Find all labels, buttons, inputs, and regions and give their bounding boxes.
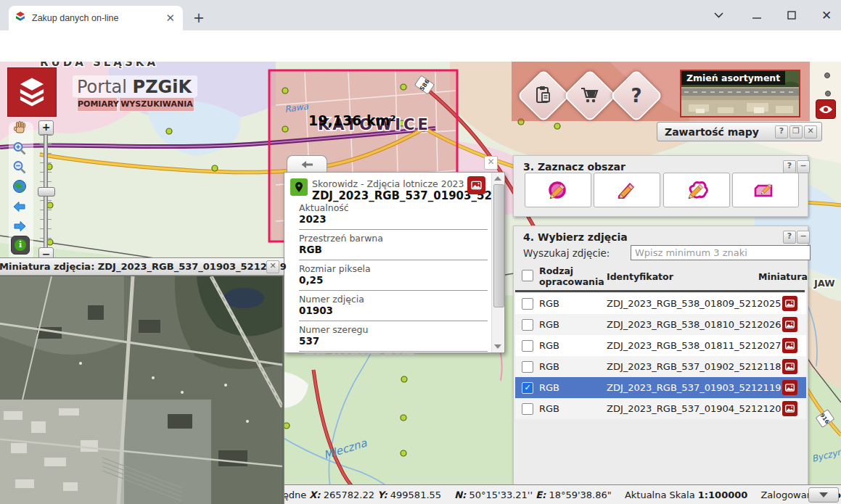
thumbnail-icon-button[interactable] <box>782 338 797 353</box>
row-type: RGB <box>539 403 559 414</box>
photo-row[interactable]: RGB ZDJ_2023_RGB_537_01904_5212120 <box>515 398 806 419</box>
photo-row[interactable]: RGB ZDJ_2023_RGB_538_01810_5212026 <box>515 314 806 335</box>
thumbnail-icon-button[interactable] <box>782 401 797 416</box>
column-identyfikator: Identyfikator <box>607 271 673 282</box>
status-dropdown-button[interactable] <box>808 487 839 503</box>
attribute-value: 01903 <box>299 305 488 317</box>
pomiary-button[interactable]: POMIARY <box>77 97 118 112</box>
attribute-label: Rozmiar piksela <box>299 263 488 274</box>
cart-icon <box>579 85 601 107</box>
row-checkbox[interactable] <box>522 340 533 352</box>
help-icon[interactable]: ? <box>783 160 796 173</box>
browser-tab[interactable]: Zakup danych on-line ✕ <box>9 6 183 30</box>
globe-icon[interactable] <box>12 178 29 196</box>
row-checkbox[interactable] <box>522 298 533 310</box>
minimize-icon[interactable]: − <box>797 231 810 244</box>
photo-row[interactable]: ✓ RGB ZDJ_2023_RGB_537_01903_5212119 <box>515 377 806 398</box>
pzgik-logo[interactable] <box>7 67 57 117</box>
search-photo-input[interactable] <box>631 245 811 260</box>
draw-polygon-button[interactable] <box>663 173 730 207</box>
select-area-title: 3. Zaznacz obszar <box>523 161 625 173</box>
row-checkbox[interactable] <box>522 361 533 373</box>
portal-title: Portal PZGiK <box>77 77 192 97</box>
row-checkbox[interactable]: ✓ <box>522 382 533 394</box>
minimize-button[interactable] <box>746 7 768 23</box>
identify-info-button[interactable]: i <box>11 236 30 255</box>
map-content-panel-header[interactable]: Zawartość mapy ? ❐ ✕ <box>657 122 822 141</box>
row-type: RGB <box>539 340 559 351</box>
next-view-icon[interactable] <box>12 218 29 236</box>
close-window-button[interactable]: ✕ <box>816 7 837 23</box>
help-icon[interactable]: ? <box>783 231 796 244</box>
draw-line-button[interactable] <box>594 173 660 207</box>
favicon-layers-icon <box>15 11 26 25</box>
scroll-up-icon <box>494 176 501 181</box>
change-assortment-button[interactable]: Zmień asortyment <box>680 70 800 117</box>
close-icon[interactable]: ✕ <box>804 125 817 139</box>
clipboard-icon <box>533 85 554 107</box>
thumbnail-icon-button[interactable] <box>782 359 797 374</box>
photo-row[interactable]: RGB ZDJ_2023_RGB_538_01809_5212025 <box>515 293 806 314</box>
tab-close-icon[interactable]: ✕ <box>163 12 177 25</box>
attribute-value: 537 <box>299 335 488 347</box>
tab-search-chevron-icon[interactable] <box>707 7 729 23</box>
aerial-photo-preview[interactable] <box>0 276 282 504</box>
select-photos-panel: 4. Wybierz zdjęcia ? − Wyszukaj zdjęcie:… <box>513 226 808 486</box>
row-checkbox[interactable] <box>522 319 533 331</box>
zoom-in-icon[interactable] <box>12 141 29 158</box>
scrollbar-thumb[interactable] <box>493 184 504 307</box>
popup-thumbnail-icon-button[interactable] <box>467 176 485 194</box>
popup-back-tab[interactable] <box>287 155 327 173</box>
select-all-checkbox[interactable] <box>522 270 533 281</box>
photo-preview-title: Miniatura zdjęcia: ZDJ_2023_RGB_537_0190… <box>0 261 287 272</box>
zoom-slider-handle[interactable] <box>38 187 55 197</box>
popup-attribute: Aktualność 2023 <box>299 199 488 230</box>
attribute-label: Numer zdjęcia <box>299 294 488 305</box>
draw-rectangle-button[interactable] <box>732 173 799 207</box>
minimize-icon[interactable]: − <box>797 160 810 173</box>
tab-strip: Zakup danych on-line ✕ + ✕ <box>0 0 841 30</box>
zoom-out-icon[interactable] <box>12 160 29 177</box>
row-identifier: ZDJ_2023_RGB_537_01904_5212120 <box>607 403 781 414</box>
popup-attribute: Karta pracy 23 05 27 218 003 2023 <box>299 352 488 353</box>
help-icon[interactable]: ? <box>775 125 788 139</box>
popup-attribute: Numer szeregu 537 <box>299 321 488 352</box>
photos-table-body: RGB ZDJ_2023_RGB_538_01809_5212025 RGB Z… <box>515 293 806 419</box>
thumbnail-icon-button[interactable] <box>782 380 797 395</box>
attribute-value: 0,25 <box>299 274 488 286</box>
previous-view-icon[interactable] <box>12 199 29 216</box>
close-icon[interactable]: ✕ <box>266 260 279 273</box>
draw-circle-icon <box>545 177 571 203</box>
maximize-icon[interactable]: ❐ <box>789 125 803 139</box>
scroll-down-icon <box>494 344 501 349</box>
popup-scrollbar[interactable] <box>491 173 504 352</box>
table-header-separator <box>515 290 805 292</box>
draw-line-icon <box>614 177 640 203</box>
popup-attribute: Rozmiar piksela 0,25 <box>299 260 488 291</box>
row-checkbox[interactable] <box>522 403 533 415</box>
thumbnail-icon-button[interactable] <box>782 296 797 311</box>
zoom-slider-plus-button[interactable]: + <box>38 120 54 136</box>
column-rodzaj-opracowania: Rodzaj opracowania <box>539 265 599 287</box>
draw-rectangle-icon <box>752 177 779 203</box>
popup-layer-source: Skorowidz - Zdjęcia lotnicze 2023 <box>312 178 464 189</box>
new-tab-button[interactable]: + <box>190 9 208 27</box>
photo-row[interactable]: RGB ZDJ_2023_RGB_538_01811_5212027 <box>515 335 806 356</box>
pan-hand-icon[interactable] <box>12 120 29 137</box>
map-label-jaworzno: JAW <box>813 278 835 289</box>
maximize-button[interactable] <box>781 7 803 23</box>
popup-close-icon[interactable]: ✕ <box>484 156 498 170</box>
wyszukiwania-button[interactable]: WYSZUKIWANIA <box>119 97 194 112</box>
question-mark-icon: ? <box>625 85 647 107</box>
visibility-eye-button[interactable] <box>816 99 836 119</box>
row-identifier: ZDJ_2023_RGB_538_01809_5212025 <box>607 298 781 309</box>
map-pin-icon <box>290 178 308 196</box>
row-identifier: ZDJ_2023_RGB_537_01903_5212119 <box>607 382 781 393</box>
row-identifier: ZDJ_2023_RGB_538_01810_5212026 <box>607 319 781 330</box>
photo-row[interactable]: RGB ZDJ_2023_RGB_537_01902_5212118 <box>515 356 806 377</box>
thumbnail-icon-button[interactable] <box>782 317 797 332</box>
draw-circle-button[interactable] <box>525 173 591 207</box>
feature-info-popup: Skorowidz - Zdjęcia lotnicze 2023 ZDJ_20… <box>284 172 505 353</box>
row-type: RGB <box>539 361 559 372</box>
photo-preview-header[interactable]: Miniatura zdjęcia: ZDJ_2023_RGB_537_0190… <box>0 258 284 276</box>
